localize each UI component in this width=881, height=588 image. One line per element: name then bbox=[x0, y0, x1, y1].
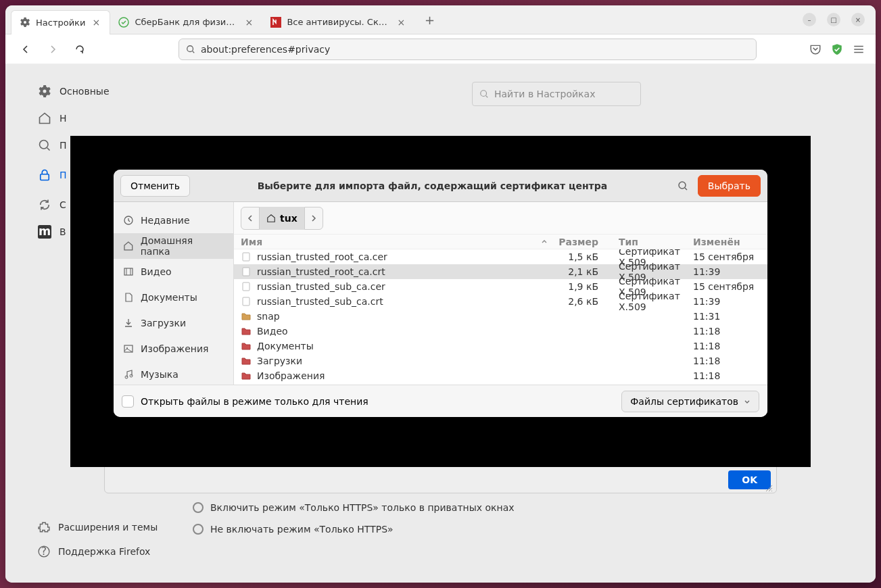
select-button[interactable]: Выбрать bbox=[698, 175, 761, 197]
readonly-label: Открыть файлы в режиме только для чтения bbox=[141, 396, 368, 407]
svg-point-10 bbox=[679, 182, 686, 189]
url-bar[interactable]: about:preferences#privacy bbox=[178, 39, 757, 60]
place-clock[interactable]: Недавние bbox=[114, 207, 233, 233]
tab-label: Настройки bbox=[36, 18, 85, 28]
nav-support[interactable]: ?Поддержка Firefox bbox=[38, 539, 158, 564]
check-icon bbox=[118, 17, 129, 28]
file-row[interactable]: Загрузки11:18 bbox=[234, 353, 767, 368]
path-back-button[interactable] bbox=[241, 207, 260, 230]
new-tab-button[interactable]: + bbox=[420, 10, 439, 29]
doc-icon bbox=[123, 292, 134, 303]
film-icon bbox=[123, 266, 134, 277]
url-text: about:preferences#privacy bbox=[201, 44, 330, 55]
folder-media-icon bbox=[241, 356, 252, 366]
places-sidebar: НедавниеДомашняя папкаВидеоДокументыЗагр… bbox=[114, 202, 234, 385]
svg-rect-12 bbox=[124, 268, 133, 275]
radio-icon bbox=[193, 502, 204, 513]
svg-rect-18 bbox=[243, 268, 249, 276]
dialog-header: Отменить Выберите для импорта файл, соде… bbox=[114, 170, 767, 202]
site-icon bbox=[270, 17, 281, 28]
svg-text:m: m bbox=[39, 225, 51, 238]
music-icon bbox=[123, 369, 134, 380]
settings-search[interactable]: Найти в Настройках bbox=[472, 82, 641, 106]
tab-antivirus[interactable]: Все антивирусы. Скачат × bbox=[262, 10, 414, 34]
nav-general[interactable]: Основные bbox=[38, 78, 181, 105]
svg-text:?: ? bbox=[41, 545, 47, 558]
sort-asc-icon bbox=[541, 239, 548, 245]
pocket-icon[interactable] bbox=[809, 43, 822, 55]
shield-icon[interactable] bbox=[831, 43, 843, 55]
download-icon bbox=[123, 318, 134, 328]
image-icon bbox=[123, 343, 134, 354]
gear-icon bbox=[20, 17, 30, 28]
folder-media-icon bbox=[241, 326, 252, 337]
tab-bar: Настройки × СберБанк для физическ × Все … bbox=[5, 5, 876, 34]
menu-button[interactable] bbox=[853, 43, 865, 55]
radio-https-private[interactable]: Включить режим «Только HTTPS» только в п… bbox=[193, 497, 515, 518]
svg-rect-19 bbox=[243, 283, 249, 291]
folder-icon bbox=[241, 311, 252, 322]
place-music[interactable]: Музыка bbox=[114, 362, 233, 387]
folder-media-icon bbox=[241, 341, 252, 351]
tab-sberbank[interactable]: СберБанк для физическ × bbox=[110, 10, 262, 34]
close-icon[interactable]: × bbox=[243, 17, 254, 28]
nav-home[interactable]: Н bbox=[38, 105, 181, 132]
file-icon bbox=[241, 281, 252, 292]
tab-label: СберБанк для физическ bbox=[135, 17, 238, 27]
https-mode-options: Включить режим «Только HTTPS» только в п… bbox=[193, 497, 515, 540]
search-button[interactable] bbox=[675, 178, 691, 194]
cancel-button[interactable]: Отменить bbox=[120, 175, 190, 197]
dialog-title: Выберите для импорта файл, содержащий се… bbox=[197, 180, 668, 191]
file-open-dialog: Отменить Выберите для импорта файл, соде… bbox=[114, 170, 767, 417]
file-list[interactable]: russian_trusted_root_ca.cer1,5 кБСертифи… bbox=[234, 249, 767, 385]
close-icon[interactable]: × bbox=[396, 17, 406, 28]
home-icon bbox=[123, 241, 134, 251]
dialog-footer: Открыть файлы в режиме только для чтения… bbox=[114, 385, 767, 417]
svg-point-2 bbox=[187, 45, 193, 51]
svg-rect-17 bbox=[243, 253, 249, 261]
search-icon bbox=[186, 45, 195, 54]
close-button[interactable]: × bbox=[851, 13, 865, 26]
svg-point-7 bbox=[481, 91, 487, 97]
tab-settings[interactable]: Настройки × bbox=[11, 10, 110, 34]
forward-button[interactable] bbox=[43, 40, 62, 59]
place-home[interactable]: Домашняя папка bbox=[114, 233, 233, 259]
svg-rect-20 bbox=[243, 297, 249, 305]
minimize-button[interactable]: – bbox=[803, 13, 816, 26]
browser-window: Настройки × СберБанк для физическ × Все … bbox=[5, 5, 876, 583]
tab-label: Все антивирусы. Скачат bbox=[287, 17, 390, 27]
radio-icon bbox=[193, 524, 204, 535]
path-forward-button[interactable] bbox=[304, 207, 323, 230]
file-type-filter[interactable]: Файлы сертификатов bbox=[621, 391, 759, 412]
reload-button[interactable] bbox=[70, 40, 89, 59]
folder-media-icon bbox=[241, 370, 252, 381]
breadcrumb-home[interactable]: tux bbox=[260, 207, 304, 230]
resize-grip[interactable] bbox=[764, 483, 772, 491]
svg-rect-4 bbox=[41, 174, 49, 180]
maximize-button[interactable]: □ bbox=[827, 13, 840, 26]
nav-bar: about:preferences#privacy bbox=[5, 34, 876, 64]
file-row[interactable]: russian_trusted_sub_ca.crt2,6 кБСертифик… bbox=[234, 294, 767, 309]
place-doc[interactable]: Документы bbox=[114, 285, 233, 310]
window-controls: – □ × bbox=[803, 13, 870, 26]
place-download[interactable]: Загрузки bbox=[114, 310, 233, 336]
path-bar: tux bbox=[234, 202, 767, 235]
search-icon bbox=[479, 89, 489, 99]
readonly-checkbox[interactable] bbox=[122, 395, 134, 408]
chevron-down-icon bbox=[744, 398, 751, 405]
file-row[interactable]: Изображения11:18 bbox=[234, 368, 767, 383]
nav-extensions[interactable]: Расширения и темы bbox=[38, 515, 158, 539]
column-headers[interactable]: Имя Размер Тип Изменён bbox=[234, 235, 767, 249]
cert-dialog-footer: OK bbox=[104, 466, 777, 493]
bottom-nav: Расширения и темы ?Поддержка Firefox bbox=[38, 515, 158, 564]
place-film[interactable]: Видео bbox=[114, 259, 233, 285]
back-button[interactable] bbox=[16, 40, 35, 59]
file-icon bbox=[241, 251, 252, 262]
radio-https-off[interactable]: Не включать режим «Только HTTPS» bbox=[193, 518, 515, 540]
file-row[interactable]: Документы11:18 bbox=[234, 339, 767, 353]
close-icon[interactable]: × bbox=[91, 17, 101, 28]
file-icon bbox=[241, 266, 252, 277]
file-row[interactable]: Видео11:18 bbox=[234, 324, 767, 339]
place-image[interactable]: Изображения bbox=[114, 336, 233, 362]
file-icon bbox=[241, 296, 252, 307]
